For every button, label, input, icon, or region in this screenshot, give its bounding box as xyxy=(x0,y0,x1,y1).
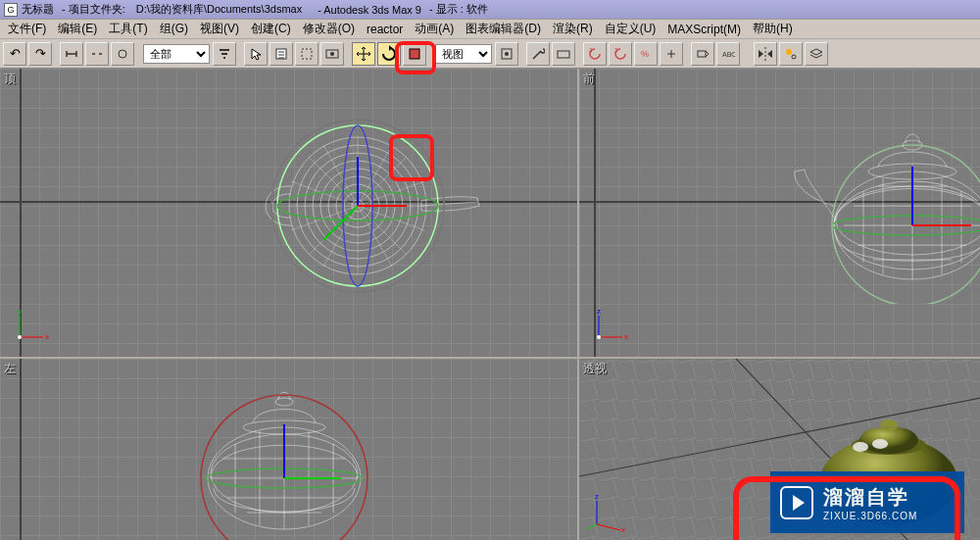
axis-v-left xyxy=(20,359,22,540)
select-button[interactable] xyxy=(244,42,268,66)
rotate-icon xyxy=(380,45,398,63)
svg-point-18 xyxy=(792,55,796,59)
unlink-icon xyxy=(89,46,105,62)
viewport-top[interactable]: 顶 xyxy=(0,69,577,357)
watermark-title: 溜溜自学 xyxy=(823,484,917,511)
select-scale-button[interactable] xyxy=(403,42,426,66)
menu-graph[interactable]: 图表编辑器(D) xyxy=(460,19,547,39)
scale-icon xyxy=(408,47,421,61)
svg-text:x: x xyxy=(621,525,625,534)
svg-rect-2 xyxy=(221,53,227,55)
viewport-label-front: 前 xyxy=(583,71,595,87)
wrench-icon xyxy=(531,47,545,61)
svg-rect-3 xyxy=(223,57,225,59)
select-rotate-button[interactable] xyxy=(377,42,401,66)
unlink-button[interactable] xyxy=(85,42,109,66)
snap-percent-button[interactable]: % xyxy=(634,42,658,66)
viewport-left[interactable]: 左 xyxy=(0,359,577,540)
menu-maxscript[interactable]: MAXScript(M) xyxy=(662,21,747,38)
menu-render[interactable]: 渲染(R) xyxy=(547,19,599,39)
select-region-button[interactable] xyxy=(295,42,318,66)
select-by-name-button[interactable] xyxy=(270,42,293,66)
svg-rect-1 xyxy=(220,49,229,51)
menu-group[interactable]: 组(G) xyxy=(154,19,194,39)
link-button[interactable] xyxy=(60,42,83,66)
teapot-left-wireframe xyxy=(157,359,412,540)
menu-customize[interactable]: 自定义(U) xyxy=(599,19,662,39)
menu-view[interactable]: 视图(V) xyxy=(194,19,245,39)
named-selection-button[interactable] xyxy=(691,42,714,66)
marquee-icon xyxy=(300,47,314,61)
named-selection-dropdown-button[interactable]: ABC xyxy=(716,42,740,66)
mirror-icon xyxy=(758,46,773,62)
pivot-icon xyxy=(500,47,514,61)
svg-text:%: % xyxy=(641,49,649,59)
svg-point-77 xyxy=(275,398,293,406)
teapot-front-wireframe xyxy=(765,88,980,304)
menu-modifier[interactable]: 修改器(O) xyxy=(297,19,361,39)
snap-angle-button[interactable]: 3 xyxy=(609,42,632,66)
ref-coord-dropdown[interactable]: 视图 xyxy=(435,44,492,64)
menu-create[interactable]: 创建(C) xyxy=(245,19,297,39)
svg-text:y: y xyxy=(18,307,22,316)
keyboard-icon xyxy=(557,47,570,61)
layers-icon xyxy=(809,47,823,61)
svg-line-36 xyxy=(421,202,478,206)
svg-rect-5 xyxy=(302,49,312,59)
menu-file[interactable]: 文件(F) xyxy=(2,19,52,39)
title-untitled: 无标题 xyxy=(22,2,54,17)
svg-rect-11 xyxy=(558,51,569,58)
menu-help[interactable]: 帮助(H) xyxy=(747,19,799,39)
spinner-snap-button[interactable] xyxy=(660,42,683,66)
spinner-icon xyxy=(664,47,678,61)
title-project: - 项目文件夹: D:\我的资料库\Documents\3dsmax xyxy=(62,2,310,17)
align-button[interactable] xyxy=(779,42,803,66)
align-icon xyxy=(784,47,798,61)
redo-button[interactable]: ↷ xyxy=(28,42,52,66)
window-crossing-button[interactable] xyxy=(320,42,344,66)
select-move-button[interactable] xyxy=(352,42,375,66)
title-bar: G 无标题 - 项目文件夹: D:\我的资料库\Documents\3dsmax… xyxy=(0,0,980,20)
svg-text:z: z xyxy=(595,492,599,501)
selection-filter-dropdown[interactable]: 全部 xyxy=(143,44,210,64)
cursor-icon xyxy=(249,47,263,61)
bind-button[interactable] xyxy=(111,42,134,66)
svg-rect-15 xyxy=(698,51,706,57)
viewport-label-persp: 透视 xyxy=(583,361,607,377)
svg-point-68 xyxy=(597,335,601,339)
tag-icon xyxy=(696,47,710,61)
menu-bar: 文件(F) 编辑(E) 工具(T) 组(G) 视图(V) 创建(C) 修改器(O… xyxy=(0,20,980,39)
play-icon xyxy=(780,486,813,519)
list-icon xyxy=(274,47,288,61)
mirror-button[interactable] xyxy=(754,42,777,66)
filter-button[interactable] xyxy=(213,42,236,66)
svg-point-9 xyxy=(505,52,509,56)
menu-animation[interactable]: 动画(A) xyxy=(409,19,460,39)
viewport-front[interactable]: 前 xyxy=(579,69,980,357)
axis-tripod-top: y x xyxy=(12,306,51,345)
svg-point-7 xyxy=(330,52,334,56)
teapot-top-wireframe xyxy=(230,108,485,304)
snap-angle-icon: 3 xyxy=(612,46,628,62)
undo-button[interactable]: ↶ xyxy=(3,42,26,66)
snap-percent-icon: % xyxy=(638,46,654,62)
snap-2d-button[interactable]: 2 xyxy=(583,42,607,66)
viewport-area: 顶 xyxy=(0,69,980,540)
pivot-center-button[interactable] xyxy=(495,42,518,66)
keyboard-shortcut-button[interactable] xyxy=(552,42,575,66)
menu-tools[interactable]: 工具(T) xyxy=(103,19,153,39)
svg-text:z: z xyxy=(597,307,601,316)
app-icon: G xyxy=(4,3,18,17)
svg-point-89 xyxy=(872,439,888,449)
viewport-label-top: 顶 xyxy=(4,71,16,87)
menu-reactor[interactable]: reactor xyxy=(361,21,409,38)
menu-edit[interactable]: 编辑(E) xyxy=(52,19,103,39)
svg-text:x: x xyxy=(45,332,49,341)
manipulate-button[interactable] xyxy=(526,42,550,66)
svg-point-17 xyxy=(786,49,792,55)
title-app: - Autodesk 3ds Max 9 xyxy=(318,4,421,16)
viewport-label-left: 左 xyxy=(4,361,16,377)
axis-tripod-front: z x xyxy=(591,306,630,345)
layer-manager-button[interactable] xyxy=(805,42,828,66)
window-icon xyxy=(325,47,339,61)
